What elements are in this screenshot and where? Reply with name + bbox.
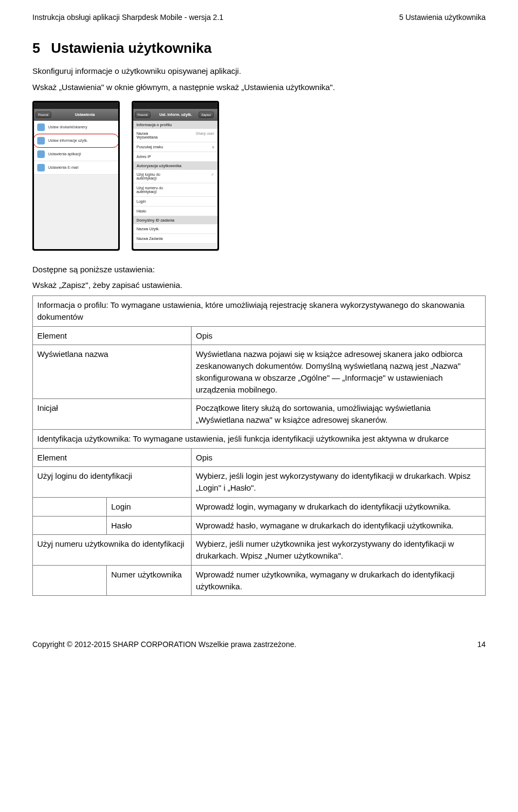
setting-row[interactable]: Nazwa Zadania <box>133 234 217 244</box>
cell-empty <box>33 565 107 596</box>
list-item-highlighted[interactable]: Ustaw informacje użytk. <box>34 134 118 148</box>
col-desc: Opis <box>192 448 486 467</box>
screenshots-row: Powrót Ustawienia Ustaw drukarki/skanery… <box>32 101 486 251</box>
phone-1: Powrót Ustawienia Ustaw drukarki/skanery… <box>32 101 120 251</box>
cell-desc: Wprowadź login, wymagany w drukarkach do… <box>192 497 486 516</box>
settings-table: Informacja o profilu: To wymagane ustawi… <box>32 295 486 596</box>
cell-sub: Login <box>107 497 192 516</box>
nav-title: Ust. inform. użytk. <box>153 113 199 116</box>
cell-desc: Początkowe litery służą do sortowania, u… <box>192 399 486 430</box>
cell-desc: Wyświetlana nazwa pojawi się w książce a… <box>192 345 486 399</box>
cell-sub: Hasło <box>107 516 192 535</box>
back-button[interactable]: Powrót <box>36 112 51 118</box>
below-p1: Dostępne są poniższe ustawienia: <box>32 264 486 276</box>
col-element: Element <box>33 326 192 345</box>
section-header: Informacja o profilu <box>133 121 217 129</box>
user-icon <box>37 137 45 144</box>
phone-2: Powrót Ust. inform. użytk. Zapisz Inform… <box>132 101 219 251</box>
section-header: Autoryzacja użytkownika <box>133 162 217 170</box>
setting-row[interactable]: Poszukaj znakua <box>133 142 217 152</box>
cell-element: Wyświetlana nazwa <box>33 345 192 399</box>
setting-row[interactable]: Hasło <box>133 207 217 216</box>
intro-p1: Skonfiguruj informacje o użytkowniku opi… <box>32 65 486 77</box>
setting-row[interactable]: Login <box>133 197 217 207</box>
app-icon <box>37 150 45 158</box>
page-number: 14 <box>477 640 486 649</box>
cell-sub: Numer użytkownika <box>107 565 192 596</box>
table-head: Identyfikacja użytkownika: To wymagane u… <box>33 429 486 448</box>
save-button[interactable]: Zapisz <box>199 112 214 118</box>
section-number: 5 <box>32 40 40 57</box>
cell-desc: Wybierz, jeśli login jest wykorzystywany… <box>192 467 486 498</box>
list-item[interactable]: Ustaw drukarki/skanery <box>34 121 118 134</box>
setting-row[interactable]: Nazwa WyświetlanaSharp user <box>133 129 217 142</box>
footer-copyright: Copyright © 2012-2015 SHARP CORPORATION … <box>32 640 296 649</box>
cell-empty <box>33 497 107 516</box>
col-element: Element <box>33 448 192 467</box>
section-title-text: Ustawienia użytkownika <box>51 40 212 56</box>
setting-row[interactable]: Użyj numeru do autentykacji <box>133 183 217 197</box>
setting-row[interactable]: Adres IP <box>133 152 217 162</box>
nav-title: Ustawienia <box>53 113 117 116</box>
cell-element: Użyj loginu do identyfikacji <box>33 467 192 498</box>
doc-title-left: Instrukcja obsługi aplikacji Sharpdesk M… <box>32 13 223 22</box>
cell-empty <box>33 516 107 535</box>
section-header: Domyślny ID zadania <box>133 216 217 224</box>
setting-row[interactable]: Nazwa Użytk. <box>133 224 217 234</box>
list-item[interactable]: Ustawienia E-mail <box>34 161 118 175</box>
col-desc: Opis <box>192 326 486 345</box>
setting-row[interactable]: Użyj loginu do autentykacji✓ <box>133 170 217 183</box>
table-head: Informacja o profilu: To wymagane ustawi… <box>33 296 486 327</box>
doc-title-right: 5 Ustawienia użytkownika <box>399 13 486 22</box>
mail-icon <box>37 164 45 171</box>
list-item[interactable]: Ustawienia aplikacji <box>34 148 118 161</box>
cell-desc: Wprowadź numer użytkownika, wymagany w d… <box>192 565 486 596</box>
intro-p2: Wskaż „Ustawienia" w oknie głównym, a na… <box>32 81 486 93</box>
back-button[interactable]: Powrót <box>135 112 151 118</box>
cell-element: Inicjał <box>33 399 192 430</box>
cell-element: Użyj numeru użytkownika do identyfikacji <box>33 535 192 566</box>
cell-desc: Wybierz, jeśli numer użytkownika jest wy… <box>192 535 486 566</box>
cell-desc: Wprowadź hasło, wymagane w drukarkach do… <box>192 516 486 535</box>
printer-icon <box>37 123 45 131</box>
below-p2: Wskaż „Zapisz", żeby zapisać ustawienia. <box>32 279 486 291</box>
section-heading: 5Ustawienia użytkownika <box>32 40 486 57</box>
